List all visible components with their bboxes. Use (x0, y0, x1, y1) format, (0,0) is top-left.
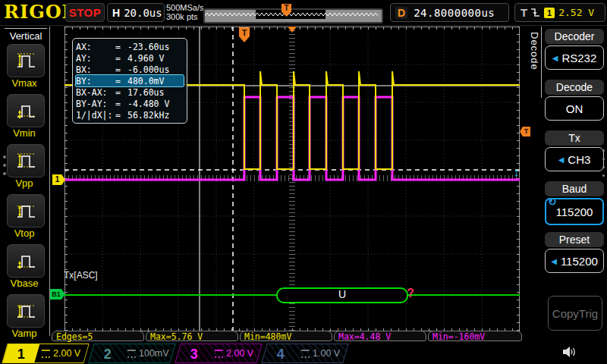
channel3-scale: 2.00 V (226, 348, 253, 359)
cursor-readout-panel: AX:=-23.60us AY:=4.960 V BX:=-6.000us BY… (72, 38, 187, 124)
sample-rate: 500MSa/s (166, 3, 204, 12)
menu-scroll-dot (3, 172, 6, 175)
menu-page-dot (602, 174, 605, 177)
measurement-min-ch3: Min=-160mV (428, 331, 522, 341)
channel4-number: 4 (277, 344, 285, 364)
falling-edge-icon (530, 7, 540, 18)
vmin-icon (14, 100, 37, 121)
h-label: H (112, 7, 120, 19)
menu-scroll-dot (3, 164, 6, 167)
decoded-character: U (277, 288, 407, 300)
channel4-scale: 1.00 V (313, 348, 340, 359)
channel4-status[interactable]: 4 1.00 V (261, 344, 348, 363)
trigger-level-value: 2.52 V (558, 7, 594, 18)
menu-page-dot (602, 166, 605, 168)
ch1-ground-marker[interactable]: 1 (52, 174, 65, 185)
channel2-scale: 100mV (139, 348, 169, 359)
vmax-icon (14, 50, 37, 71)
delay-box[interactable]: D 24.8000000us (390, 3, 509, 22)
beeper-icon (561, 345, 577, 359)
run-state-indicator[interactable]: STOP (65, 3, 105, 22)
cursor-row-bxax: BX-AX:=17.60us (76, 86, 184, 98)
decode-menu-tab[interactable]: Decode (529, 32, 540, 93)
cursor-by-handle[interactable]: ↕ (514, 165, 520, 178)
cursor-row-by-selected[interactable]: BY:=480.0mV (75, 74, 184, 87)
left-arrow-icon: ◀ (558, 155, 565, 164)
channel1-scale: 2.00 V (53, 348, 80, 359)
tx-label: Tx (545, 130, 604, 146)
knob-rotate-icon: ↻ (548, 196, 557, 208)
channel1-number: 1 (17, 344, 25, 364)
dc-coupling-icon (127, 350, 136, 358)
measurement-min-ch1: Min=480mV (240, 331, 332, 341)
vpp-icon (14, 150, 37, 171)
decode-source-label: Tx[ASC] (64, 270, 98, 281)
cursor-row-ax: AX:=-23.60us (76, 41, 184, 52)
baud-label: Baud (545, 181, 604, 196)
channel1-status[interactable]: 1 2.00 V (2, 344, 89, 363)
channel3-number: 3 (190, 344, 198, 364)
decode-error-mark: ? (407, 287, 414, 300)
vamp-label: Vamp (0, 328, 49, 339)
preset-label: Preset (545, 232, 604, 247)
trigger-level-marker[interactable]: T (520, 127, 530, 136)
dc-coupling-icon (215, 350, 223, 358)
vmin-button[interactable] (7, 94, 45, 127)
vamp-icon (14, 300, 37, 322)
decode-onoff-label: Decode (545, 80, 604, 95)
decode-onoff-button[interactable]: ON (545, 96, 604, 121)
decoder-label: Decoder (545, 29, 604, 44)
vamp-button[interactable] (7, 294, 45, 328)
memory-depth: 300k pts (166, 12, 204, 21)
vmax-label: Vmax (0, 77, 49, 89)
vbase-icon (14, 250, 37, 271)
acquisition-info: 500MSa/s 300k pts (166, 3, 204, 21)
d-label: D (395, 7, 407, 19)
menu-divider (541, 27, 542, 98)
channel3-status[interactable]: 3 2.00 V (175, 344, 262, 363)
left-arrow-icon: ◀ (551, 257, 557, 265)
vtop-icon (14, 200, 37, 221)
waveform-preview-bar[interactable] (203, 8, 383, 24)
left-arrow-icon: ◀ (552, 54, 558, 62)
vbase-label: Vbase (0, 278, 49, 289)
measurement-max-ch1: Max=5.76 V (146, 331, 238, 341)
preset-value-button[interactable]: ◀ 115200 (545, 249, 604, 273)
dc-coupling-icon (42, 350, 50, 358)
cursor-row-byay: BY-AY:=-4.480 V (76, 98, 184, 109)
trigger-box[interactable]: T 1 2.52 V (514, 3, 605, 22)
vpp-label: Vpp (0, 177, 49, 189)
channel2-status[interactable]: 2 100mV (88, 344, 175, 363)
vmax-button[interactable] (7, 44, 45, 77)
trigger-source-badge: 1 (544, 8, 555, 18)
t-label: T (521, 6, 527, 19)
vtop-label: Vtop (0, 228, 49, 239)
oscilloscope-screen: RIGOL STOP H 20.0us 500MSa/s 300k pts T … (0, 0, 607, 364)
menu-page-dot (602, 149, 605, 152)
cursor-row-bx: BX:=-6.000us (76, 64, 184, 75)
horizontal-timebase-box[interactable]: H 20.0us (107, 3, 165, 22)
top-status-bar: RIGOL STOP H 20.0us 500MSa/s 300k pts T … (0, 0, 607, 26)
cursor-row-ay: AY:=4.960 V (76, 52, 184, 64)
vmin-label: Vmin (0, 127, 49, 139)
channel2-number: 2 (104, 344, 112, 364)
menu-scroll-dot (3, 155, 6, 158)
horizontal-center-marker (288, 27, 297, 33)
measurement-edges: Edges=5 (52, 331, 144, 341)
bus1-marker[interactable]: B1 (50, 289, 65, 300)
decoder-value-button[interactable]: ◀ RS232 (545, 46, 604, 70)
dc-coupling-icon (301, 350, 310, 358)
measurement-max-ch3: Max=4.48 V (334, 331, 426, 341)
vbase-button[interactable] (7, 244, 45, 278)
menu-page-dot (602, 158, 605, 160)
cursor-row-freq: 1/|dX|:=56.82kHz (76, 109, 184, 121)
left-menu-title: Vertical (5, 28, 47, 42)
delay-value: 24.8000000us (414, 7, 495, 19)
copytrig-button[interactable]: CopyTrig (548, 296, 602, 331)
vpp-button[interactable] (7, 144, 45, 177)
tx-channel-button[interactable]: ◀ CH3 (545, 147, 604, 171)
timebase-value: 20.0us (124, 7, 162, 19)
vtop-button[interactable] (7, 194, 45, 228)
